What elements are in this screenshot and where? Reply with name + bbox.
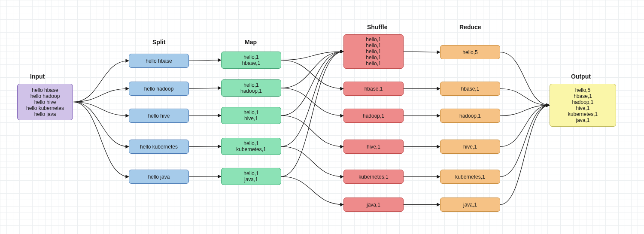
node-red2: hadoop,1 xyxy=(440,109,500,123)
node-split3: hello kubernetes xyxy=(129,140,189,154)
edge-split4-map4 xyxy=(189,176,221,177)
edge-map4-shuf0 xyxy=(281,52,343,176)
edge-red3-output xyxy=(500,105,550,147)
edge-map2-shuf3 xyxy=(281,115,343,147)
edge-map0-shuf0 xyxy=(281,52,343,60)
node-map1: hello,1 hadoop,1 xyxy=(221,79,281,97)
edge-map3-shuf4 xyxy=(281,146,343,177)
node-map2: hello,1 hive,1 xyxy=(221,107,281,124)
edge-input-split3 xyxy=(73,102,129,147)
node-red5: java,1 xyxy=(440,198,500,212)
node-red3: hive,1 xyxy=(440,140,500,154)
node-shuf4: kubernetes,1 xyxy=(343,170,404,184)
edge-split0-map0 xyxy=(189,60,221,61)
edge-red1-output xyxy=(500,89,550,106)
edge-split3-map3 xyxy=(189,146,221,147)
edge-map3-shuf0 xyxy=(281,52,343,146)
stage-label-output: Output xyxy=(571,73,591,80)
edge-map1-shuf2 xyxy=(281,88,343,116)
edge-red4-output xyxy=(500,105,550,177)
node-split0: hello hbase xyxy=(129,54,189,68)
edge-map2-shuf0 xyxy=(281,52,343,115)
node-map4: hello,1 java,1 xyxy=(221,168,281,185)
edge-split1-map1 xyxy=(189,88,221,89)
node-split1: hello hadoop xyxy=(129,82,189,96)
node-map3: hello,1 kubernetes,1 xyxy=(221,138,281,155)
node-shuf3: hive,1 xyxy=(343,140,404,154)
node-shuf1: hbase,1 xyxy=(343,82,404,96)
node-red1: hbase,1 xyxy=(440,82,500,96)
stage-label-split: Split xyxy=(152,39,165,46)
edge-map4-shuf5 xyxy=(281,176,343,205)
node-split2: hello hive xyxy=(129,109,189,123)
edge-red0-output xyxy=(500,52,550,106)
stage-label-reduce: Reduce xyxy=(459,24,481,30)
node-shuf2: hadoop,1 xyxy=(343,109,404,123)
edge-input-split1 xyxy=(73,89,129,102)
edge-red2-output xyxy=(500,105,550,116)
edge-map1-shuf0 xyxy=(281,52,343,88)
edge-input-split2 xyxy=(73,102,129,116)
edge-input-split0 xyxy=(73,61,129,102)
edge-red5-output xyxy=(500,105,550,205)
node-red4: kubernetes,1 xyxy=(440,170,500,184)
edge-shuf0-red0 xyxy=(404,52,440,52)
node-map0: hello,1 hbase,1 xyxy=(221,52,281,69)
edge-input-split4 xyxy=(73,102,129,177)
edge-split2-map2 xyxy=(189,115,221,116)
node-red0: hello,5 xyxy=(440,45,500,59)
edge-map0-shuf1 xyxy=(281,60,343,89)
node-shuf0: hello,1 hello,1 hello,1 hello,1 hello,1 xyxy=(343,34,404,69)
node-shuf5: java,1 xyxy=(343,198,404,212)
stage-label-shuffle: Shuffle xyxy=(367,24,387,30)
node-output: hello,5 hbase,1 hadoop,1 hive,1 kubernet… xyxy=(550,84,616,127)
node-split4: hello java xyxy=(129,170,189,184)
node-input: hello hbase hello hadoop hello hive hell… xyxy=(17,84,73,120)
stage-label-map: Map xyxy=(245,39,257,46)
stage-label-input: Input xyxy=(30,73,45,80)
edge-layer xyxy=(0,0,644,234)
